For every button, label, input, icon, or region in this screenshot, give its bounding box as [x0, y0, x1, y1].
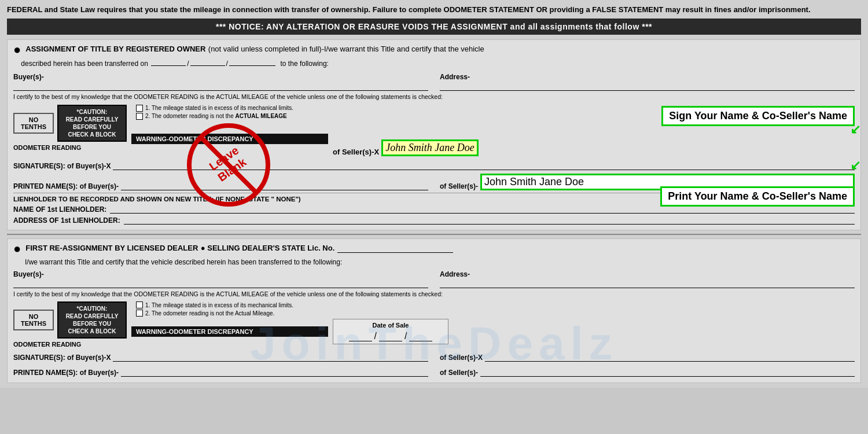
- date-year-field[interactable]: [409, 331, 432, 341]
- section2-printed-row: PRINTED NAME(S): of Buyer(s)- of Seller(…: [13, 365, 855, 377]
- section2-selling-dealer: SELLING DEALER'S STATE Lic. No.: [207, 244, 334, 252]
- lien-addr-line[interactable]: [124, 215, 855, 225]
- warning-bar: WARNING-ODOMETER DISCREPANCY: [131, 134, 328, 144]
- section2-seller-sig-label: of Seller(s)-X: [440, 354, 483, 362]
- section2-address-field: Address-: [440, 269, 855, 288]
- section2-printed-seller-line[interactable]: [480, 365, 855, 377]
- buyer-sig-line[interactable]: [113, 159, 855, 170]
- section2-caution-box: *CAUTION:READ CAREFULLYBEFORE YOUCHECK A…: [57, 301, 127, 339]
- checkbox-1-label: 1. The mileage stated is in excess of it…: [145, 105, 293, 111]
- section2-sep: ●: [201, 244, 207, 252]
- section2-buyer-sig-line[interactable]: [113, 350, 428, 362]
- date-of-sale-fields: / /: [338, 331, 443, 341]
- section2-checkbox-2-label: 2. The odometer reading is not the Actua…: [145, 310, 274, 317]
- printed-buyer-label: PRINTED NAME(S): of Buyer(s)-: [13, 182, 119, 190]
- seller-sig-area: Sign Your Name & Co-Seller's Name of Sel…: [333, 122, 855, 156]
- certify-text: I certify to the best of my knowledge th…: [13, 93, 855, 101]
- section2-checkbox-1-label: 1. The mileage stated is in excess of it…: [145, 302, 293, 308]
- section1-header-suffix: (not valid unless completed in full)-I/w…: [208, 45, 484, 53]
- transferred-line: described herein has been transferred on…: [13, 60, 855, 68]
- section2-printed-buyer-line[interactable]: [121, 365, 428, 377]
- date-day-field[interactable]: [379, 331, 402, 341]
- section2-odometer-reading: ODOMETER READING: [13, 340, 81, 348]
- section2-buyer-sig-field: SIGNATURE(S): of Buyer(s)-X: [13, 350, 428, 362]
- section2-printed-seller-label: of Seller(s)-: [440, 369, 478, 377]
- address-line[interactable]: [440, 82, 855, 91]
- printed-buyer-line[interactable]: [121, 179, 428, 190]
- section-divider: [7, 234, 861, 235]
- section2-certify-text: I certify to the best of my knowledge th…: [13, 290, 855, 299]
- section2-reassignment: ● FIRST RE-ASSIGNMENT BY LICENSED DEALER…: [7, 238, 861, 384]
- date-month-field[interactable]: [349, 331, 372, 341]
- section1-header: ASSIGNMENT OF TITLE BY REGISTERED OWNER: [25, 45, 205, 53]
- section2-seller-sig-field: of Seller(s)-X: [440, 350, 855, 362]
- sign-overlay-label: Sign Your Name & Co-Seller's Name: [661, 106, 855, 126]
- date-of-sale-title: Date of Sale: [338, 322, 443, 329]
- section2-warning-bar: WARNING-ODOMETER DISCREPANCY: [131, 326, 328, 337]
- section2-header: FIRST RE-ASSIGNMENT BY LICENSED DEALER: [25, 244, 198, 252]
- seller-sig-label: of Seller(s)-X: [333, 148, 379, 156]
- buyer-line[interactable]: [13, 82, 428, 91]
- printed-seller-label: of Seller(s)-: [440, 182, 478, 190]
- notice-banner-text: *** NOTICE: ANY ALTERATION OR ERASURE VO…: [216, 22, 652, 31]
- seller-sig-value: John Smith Jane Doe: [381, 139, 478, 156]
- federal-notice-text: FEDERAL and State Law requires that you …: [7, 5, 811, 14]
- buyer-sig-field: SIGNATURE(S): of Buyer(s)-X: [13, 159, 855, 170]
- section2-odometer-row: NOTENTHS *CAUTION:READ CAREFULLYBEFORE Y…: [13, 301, 855, 348]
- odometer-reading: ODOMETER READING: [13, 143, 81, 151]
- section2-bullet: ●: [13, 241, 21, 256]
- section2-checkbox-2[interactable]: [136, 310, 143, 317]
- section2-no-tenths-box: NOTENTHS: [13, 310, 54, 330]
- checkbox-2-label: 2. The odometer reading is not the ACTUA…: [145, 113, 287, 119]
- green-arrow-print: ↙: [850, 158, 860, 173]
- federal-notice: FEDERAL and State Law requires that you …: [7, 5, 861, 15]
- section2-subtext: I/we warrant this Title and certify that…: [25, 258, 855, 266]
- address-field: Address-: [440, 71, 855, 91]
- section2-buyer-label: Buyer(s)-: [13, 270, 44, 278]
- section2-checkbox-row-2: 2. The odometer reading is not the Actua…: [136, 310, 850, 317]
- date-of-sale-box: Date of Sale / /: [333, 319, 448, 344]
- section2-buyer-field: Buyer(s)-: [13, 269, 428, 288]
- section2-signature-row: SIGNATURE(S): of Buyer(s)-X of Seller(s)…: [13, 350, 855, 362]
- lien-name-label: NAME OF 1st LIENHOLDER:: [13, 205, 106, 214]
- print-overlay-label: Print Your Name & Co-Seller's Name: [660, 186, 855, 207]
- date-slash-1: /: [374, 331, 377, 341]
- section2-printed-buyer-label: PRINTED NAME(S): of Buyer(s)-: [13, 369, 119, 377]
- caution-box: *CAUTION:READ CAREFULLYBEFORE YOUCHECK A…: [57, 105, 127, 142]
- notice-banner: *** NOTICE: ANY ALTERATION OR ERASURE VO…: [7, 19, 861, 35]
- section2-buyer-sig-label: SIGNATURE(S): of Buyer(s)-X: [13, 354, 111, 362]
- lien-addr-row: ADDRESS OF 1st LIENHOLDER:: [13, 215, 855, 225]
- section2-buyer-line[interactable]: [13, 279, 428, 288]
- section2-checkboxes: 1. The mileage stated is in excess of it…: [131, 301, 855, 317]
- page-container: FEDERAL and State Law requires that you …: [0, 0, 868, 388]
- lien-addr-label: ADDRESS OF 1st LIENHOLDER:: [13, 216, 120, 225]
- section2-checkbox-1[interactable]: [136, 301, 143, 308]
- checkbox-1[interactable]: [136, 105, 143, 112]
- buyer-sig-label: SIGNATURE(S): of Buyer(s)-X: [13, 162, 111, 170]
- date-slash-2: /: [404, 331, 407, 341]
- no-tenths-box: NOTENTHS: [13, 113, 54, 134]
- buyer-field: Buyer(s)-: [13, 71, 428, 91]
- buyer-label: Buyer(s)-: [13, 73, 44, 81]
- buyer-address-row: Buyer(s)- Address-: [13, 71, 855, 91]
- signature-row-1: SIGNATURE(S): of Buyer(s)-X: [13, 159, 855, 170]
- odometer-row: NOTENTHS *CAUTION:READ CAREFULLYBEFORE Y…: [13, 105, 855, 156]
- section2-address-label: Address-: [440, 270, 470, 278]
- section2-address-line[interactable]: [440, 279, 855, 288]
- section2-checkbox-row-1: 1. The mileage stated is in excess of it…: [136, 301, 850, 308]
- no-tenths-label: NOTENTHS: [21, 116, 46, 130]
- section2-buyer-address-row: Buyer(s)- Address-: [13, 269, 855, 288]
- section1-bullet: ●: [13, 42, 21, 57]
- printed-row: PRINTED NAME(S): of Buyer(s)- of Seller(…: [13, 174, 855, 190]
- section1-assignment: ● ASSIGNMENT OF TITLE BY REGISTERED OWNE…: [7, 39, 861, 230]
- section2-seller-sig-line[interactable]: [485, 350, 855, 362]
- checkbox-2[interactable]: [136, 113, 143, 120]
- address-label: Address-: [440, 73, 470, 81]
- section2-no-tenths-label: NOTENTHS: [21, 313, 46, 327]
